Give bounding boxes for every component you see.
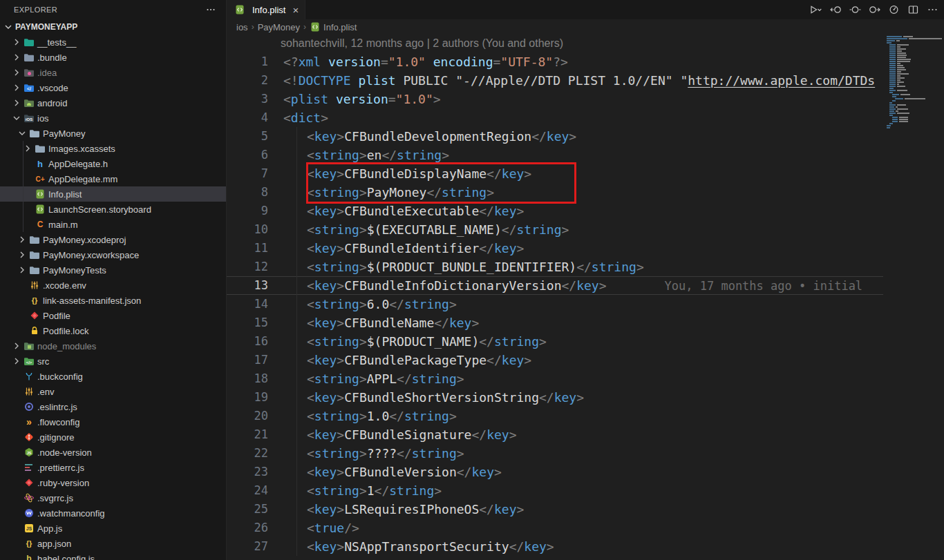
tree-item-flowconfig[interactable]: ».flowconfig — [0, 414, 226, 429]
code-line-12[interactable]: 12<string>$(PRODUCT_BUNDLE_IDENTIFIER)</… — [227, 258, 883, 276]
code-line-5[interactable]: 5<key>CFBundleDevelopmentRegion</key> — [227, 127, 883, 146]
tree-item-vscode[interactable]: </.vscode — [0, 80, 226, 95]
code-line-14[interactable]: 14<string>6.0</string> — [227, 295, 883, 313]
tree-item-babel-config-js[interactable]: bbabel.config.js — [0, 551, 226, 560]
tab-info-plist[interactable]: Info.plist × — [227, 0, 305, 19]
code-line-7[interactable]: 7<key>CFBundleDisplayName</key> — [227, 164, 883, 183]
code-line-11[interactable]: 11<key>CFBundleIdentifier</key> — [227, 239, 883, 258]
chevron-right-icon[interactable] — [22, 143, 33, 154]
tree-item-paymoney-xcworkspace[interactable]: PayMoney.xcworkspace — [0, 247, 226, 262]
code-line-28[interactable]: 28<dict> — [227, 556, 883, 560]
tree-item-bundle[interactable]: .bundle — [0, 50, 226, 65]
tree-item-idea[interactable]: .idea — [0, 65, 226, 80]
chevron-right-icon[interactable] — [11, 52, 22, 63]
tree-item-app-js[interactable]: JSApp.js — [0, 521, 226, 536]
breadcrumb-item-ios[interactable]: ios — [236, 22, 248, 32]
tree-item-watchmanconfig[interactable]: .watchmanconfig — [0, 505, 226, 521]
tree-item-node-modules[interactable]: node_modules — [0, 338, 226, 354]
code-line-26[interactable]: 26<true/> — [227, 519, 883, 537]
tree-item-tests[interactable]: __tests__ — [0, 35, 226, 50]
open-next-change-button[interactable] — [869, 4, 880, 15]
code-line-15[interactable]: 15<key>CFBundleName</key> — [227, 313, 883, 332]
close-tab-icon[interactable]: × — [292, 5, 299, 15]
workspace-root-row[interactable]: PAYMONEYAPP — [0, 19, 226, 35]
tree-item-info-plist[interactable]: Info.plist — [0, 186, 226, 202]
chevron-right-icon[interactable] — [17, 264, 28, 276]
code-line-6[interactable]: 6<string>en</string> — [227, 146, 883, 164]
tree-item-podfile[interactable]: Podfile — [0, 308, 226, 323]
chevron-right-icon[interactable] — [11, 340, 22, 351]
tree-item-main-m[interactable]: Cmain.m — [0, 217, 226, 232]
tree-item-link-assets-manifest-json[interactable]: {}link-assets-manifest.json — [0, 293, 226, 308]
more-actions-button[interactable] — [927, 4, 938, 15]
minimap-line — [887, 123, 941, 124]
tree-item-paymoney[interactable]: PayMoney — [0, 126, 226, 141]
tree-item-svgrrc-js[interactable]: .svgrrc.js — [0, 490, 226, 505]
code-line-2[interactable]: 2<!DOCTYPE plist PUBLIC "-//Apple//DTD P… — [227, 71, 883, 90]
chevron-right-icon[interactable] — [17, 234, 28, 245]
code-line-text: <string>$(PRODUCT_NAME)</string> — [268, 332, 547, 351]
gitlens-file-blame[interactable]: sohantechvill, 12 months ago | 2 authors… — [227, 35, 944, 52]
tree-item-ruby-version[interactable]: .ruby-version — [0, 475, 226, 490]
code-line-17[interactable]: 17<key>CFBundlePackageType</key> — [227, 351, 883, 369]
code-line-13[interactable]: 13<key>CFBundleInfoDictionaryVersion</ke… — [227, 276, 883, 295]
tree-item-android[interactable]: android — [0, 95, 226, 110]
tree-item-appdelegate-mm[interactable]: C+AppDelegate.mm — [0, 171, 226, 186]
tree-item-launchscreen-storyboard[interactable]: LaunchScreen.storyboard — [0, 202, 226, 217]
file-history-button[interactable] — [888, 4, 900, 15]
chevron-right-icon[interactable] — [17, 249, 28, 260]
chevron-right-icon[interactable] — [11, 37, 22, 48]
code-line-27[interactable]: 27<key>NSAppTransportSecurity</key> — [227, 537, 883, 556]
code-editor[interactable]: sohantechvill, 12 months ago | 2 authors… — [227, 35, 944, 560]
minimap[interactable] — [887, 36, 941, 129]
chevron-right-icon[interactable] — [11, 356, 22, 367]
tree-item-app-json[interactable]: {}app.json — [0, 536, 226, 551]
vscode-window: EXPLORER PAYMONEYAPP __tests__.bundle.id… — [0, 0, 944, 560]
explorer-more-actions-icon[interactable] — [205, 4, 216, 15]
open-previous-change-button[interactable] — [830, 4, 842, 15]
chevron-down-icon[interactable] — [11, 113, 22, 124]
code-line-24[interactable]: 24<string>1</string> — [227, 481, 883, 500]
tree-item-paymoney-xcodeproj[interactable]: PayMoney.xcodeproj — [0, 232, 226, 247]
code-line-8[interactable]: 8<string>PayMoney</string> — [227, 183, 883, 202]
tree-item-env[interactable]: .env — [0, 384, 226, 399]
run-button[interactable] — [809, 4, 822, 15]
code-line-3[interactable]: 3<plist version="1.0"> — [227, 90, 883, 108]
code-line-19[interactable]: 19<key>CFBundleShortVersionString</key> — [227, 388, 883, 407]
code-line-20[interactable]: 20<string>1.0</string> — [227, 407, 883, 425]
tree-item-node-version[interactable]: JS.node-version — [0, 445, 226, 460]
code-line-23[interactable]: 23<key>CFBundleVersion</key> — [227, 463, 883, 481]
tree-item-prettierrc-js[interactable]: .prettierrc.js — [0, 460, 226, 475]
tree-item-xcode-env[interactable]: .xcode.env — [0, 278, 226, 293]
tree-item-gitignore[interactable]: .gitignore — [0, 429, 226, 445]
tree-item-images-xcassets[interactable]: Images.xcassets — [0, 141, 226, 156]
chevron-right-icon[interactable] — [11, 82, 22, 93]
code-line-10[interactable]: 10<string>$(EXECUTABLE_NAME)</string> — [227, 220, 883, 239]
code-line-21[interactable]: 21<key>CFBundleSignature</key> — [227, 425, 883, 444]
tree-item-ios[interactable]: iOSios — [0, 110, 226, 126]
breadcrumb-item-info-plist[interactable]: Info.plist — [310, 21, 357, 32]
tree-item-appdelegate-h[interactable]: hAppDelegate.h — [0, 156, 226, 171]
tree-item-label: .prettierrc.js — [37, 463, 84, 473]
code-line-18[interactable]: 18<string>APPL</string> — [227, 369, 883, 388]
code-line-22[interactable]: 22<string>????</string> — [227, 444, 883, 463]
code-line-25[interactable]: 25<key>LSRequiresIPhoneOS</key> — [227, 500, 883, 519]
tree-item-paymoneytests[interactable]: PayMoneyTests — [0, 262, 226, 278]
chevron-right-icon[interactable] — [11, 97, 22, 108]
open-changes-button[interactable] — [849, 4, 861, 15]
tree-item-src[interactable]: </>src — [0, 354, 226, 369]
minimap-line — [887, 110, 941, 112]
tree-item-podfile-lock[interactable]: Podfile.lock — [0, 323, 226, 338]
tree-item-buckconfig[interactable]: .buckconfig — [0, 369, 226, 384]
code-line-4[interactable]: 4<dict> — [227, 108, 883, 127]
code-line-text: <string>APPL</string> — [268, 369, 464, 388]
chevron-right-icon[interactable] — [11, 67, 22, 78]
breadcrumb-item-paymoney[interactable]: PayMoney — [258, 22, 300, 32]
code-line-9[interactable]: 9<key>CFBundleExecutable</key> — [227, 202, 883, 220]
folder-icon — [29, 249, 40, 260]
split-editor-button[interactable] — [907, 4, 919, 15]
tree-item-eslintrc-js[interactable]: .eslintrc.js — [0, 399, 226, 414]
code-line-16[interactable]: 16<string>$(PRODUCT_NAME)</string> — [227, 332, 883, 351]
chevron-down-icon[interactable] — [17, 128, 28, 139]
code-line-1[interactable]: 1<?xml version="1.0" encoding="UTF-8"?> — [227, 52, 883, 71]
